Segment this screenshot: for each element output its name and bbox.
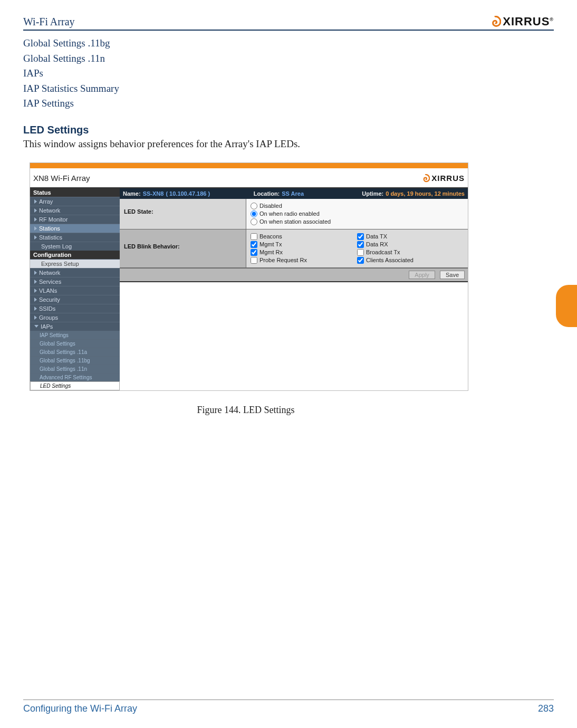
checkbox-input[interactable] [357,233,364,240]
accent-bar [30,163,468,168]
caret-icon [34,271,37,275]
sidebar-sub-11n[interactable]: Global Settings .11n [30,365,120,373]
option-label: Beacons [259,233,282,240]
save-button[interactable]: Save [440,271,465,279]
swirl-icon [489,16,501,27]
option-label: Broadcast Tx [366,249,400,255]
sidebar-sub-11bg[interactable]: Global Settings .11bg [30,356,120,365]
checkbox-input[interactable] [251,249,257,256]
caret-icon [34,289,37,293]
caret-icon [34,235,37,240]
sidebar-header-config: Configuration [30,251,120,259]
caret-icon [34,315,37,320]
uptime-label: Uptime: [362,190,383,197]
sidebar-item-services[interactable]: Services [30,277,120,286]
section-body: This window assigns behavior preferences… [23,138,554,150]
location-label: Location: [254,190,280,197]
location-value[interactable]: SS Area [282,190,304,197]
row-led-state: LED State: DisabledOn when radio enabled… [120,199,468,229]
sidebar-item-stations[interactable]: Stations [30,224,120,233]
page-header: Wi-Fi Array XIRRUS® [23,15,554,31]
page-number: 283 [538,703,554,714]
device-title: XN8 Wi-Fi Array [33,174,90,183]
figure: XN8 Wi-Fi Array XIRRUS Status Array Netw… [30,162,468,416]
page-footer: Configuring the Wi-Fi Array 283 [23,700,554,714]
option-label: Mgmt Rx [259,249,283,255]
blink-option[interactable]: Broadcast Tx [357,248,464,256]
sidebar-sub-led[interactable]: LED Settings [30,381,120,390]
caret-icon [34,306,37,311]
option-label: Probe Request Rx [259,257,307,263]
led-state-option[interactable]: Disabled [251,202,464,210]
radio-input[interactable] [251,203,257,209]
doc-title: Wi-Fi Array [23,16,75,28]
sidebar-header-status: Status [30,188,120,197]
blink-option[interactable]: Data TX [357,233,464,241]
led-blink-label: LED Blink Behavior: [120,229,246,267]
xref-link[interactable]: Global Settings .11n [23,51,554,66]
sidebar-item-groups[interactable]: Groups [30,313,120,322]
checkbox-input[interactable] [251,257,257,264]
sidebar-sub-advrf[interactable]: Advanced RF Settings [30,373,120,381]
sidebar-sub-11a[interactable]: Global Settings .11a [30,348,120,356]
section-tab [556,285,577,327]
info-bar: Name: SS-XN8 ( 10.100.47.186 ) Location:… [120,188,468,199]
sidebar-item-ssids[interactable]: SSIDs [30,304,120,313]
sidebar-item-array[interactable]: Array [30,197,120,206]
sidebar-sub-iapsettings[interactable]: IAP Settings [30,331,120,339]
apply-button[interactable]: Apply [409,271,435,279]
checkbox-input[interactable] [357,257,364,264]
sidebar-item-rfmonitor[interactable]: RF Monitor [30,215,120,224]
sidebar-item-statistics[interactable]: Statistics [30,233,120,242]
caret-icon [34,199,37,204]
brand-text: XIRRUS® [503,15,554,28]
screenshot-titlebar: XN8 Wi-Fi Array XIRRUS [30,168,468,187]
sidebar-item-express[interactable]: Express Setup [30,259,120,268]
blink-option[interactable]: Probe Request Rx [251,256,357,264]
name-value[interactable]: SS-XN8 [143,190,164,197]
sidebar-item-security[interactable]: Security [30,295,120,304]
xref-link[interactable]: Global Settings .11bg [23,36,554,51]
caret-icon [34,226,37,231]
uptime-value: 0 days, 19 hours, 12 minutes [386,190,465,197]
checkbox-input[interactable] [357,241,364,248]
xref-link[interactable]: IAPs [23,66,554,81]
radio-input[interactable] [251,218,257,225]
caret-icon [34,280,37,284]
link-list: Global Settings .11bg Global Settings .1… [23,36,554,111]
blink-option[interactable]: Mgmt Rx [251,248,357,256]
ip-value: ( 10.100.47.186 ) [166,190,210,197]
led-state-option[interactable]: On when radio enabled [251,210,464,218]
blink-option[interactable]: Mgmt Tx [251,241,357,248]
option-label: Disabled [259,203,282,209]
blink-option[interactable]: Data RX [357,241,464,248]
blink-option[interactable]: Beacons [251,233,357,241]
radio-input[interactable] [251,210,257,217]
brand-text-small: XIRRUS [431,174,465,183]
screenshot: XN8 Wi-Fi Array XIRRUS Status Array Netw… [30,162,468,391]
sidebar-item-network2[interactable]: Network [30,268,120,277]
option-label: On when radio enabled [259,210,320,217]
xref-link[interactable]: IAP Statistics Summary [23,81,554,97]
sidebar-item-systemlog[interactable]: System Log [30,242,120,251]
figure-caption: Figure 144. LED Settings [23,405,468,416]
sidebar-item-vlans[interactable]: VLANs [30,286,120,295]
xref-link[interactable]: IAP Settings [23,96,554,111]
option-label: Data RX [366,241,388,247]
checkbox-input[interactable] [251,241,257,248]
sidebar-sub-global[interactable]: Global Settings [30,339,120,348]
sidebar-item-iaps[interactable]: IAPs [30,322,120,331]
option-label: On when station associated [259,218,331,225]
blink-option[interactable]: Clients Associated [357,256,464,264]
sidebar-item-network[interactable]: Network [30,206,120,215]
section-heading: LED Settings [23,124,554,136]
checkbox-input[interactable] [357,249,364,256]
sidebar: Status Array Network RF Monitor Stations… [30,188,120,390]
caret-down-icon [34,325,39,328]
content-pane: Name: SS-XN8 ( 10.100.47.186 ) Location:… [120,188,468,309]
option-label: Data TX [366,233,387,240]
checkbox-input[interactable] [251,233,257,240]
led-state-option[interactable]: On when station associated [251,218,464,226]
name-label: Name: [123,190,141,197]
option-label: Clients Associated [366,257,413,263]
